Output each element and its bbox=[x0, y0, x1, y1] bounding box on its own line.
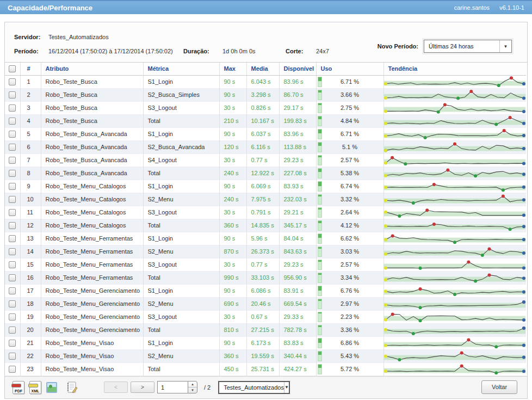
cell-disponivel: 424.27 s bbox=[279, 362, 316, 376]
cell-num: 8 bbox=[20, 167, 41, 180]
cell-uso: 6.71 % bbox=[316, 127, 383, 140]
usage-gauge bbox=[318, 312, 322, 322]
row-checkbox[interactable] bbox=[9, 261, 16, 268]
cell-atributo: Robo_Teste_Menu_Catalogos bbox=[41, 206, 143, 219]
spinner-down-icon[interactable]: ▼ bbox=[188, 387, 197, 393]
cell-num: 19 bbox=[20, 310, 41, 323]
export-xml-icon[interactable]: XML bbox=[29, 381, 41, 394]
usage-gauge bbox=[318, 247, 322, 257]
cell-max: 240 s bbox=[219, 167, 246, 180]
export-pdf-icon[interactable]: PDF bbox=[13, 381, 24, 394]
cell-metrica: S2_Menu bbox=[143, 297, 219, 310]
table-row: 18Robo_Teste_Menu_GerenciamentoS2_Menu69… bbox=[5, 297, 526, 310]
cell-checkbox bbox=[5, 232, 20, 245]
table-row: 10Robo_Teste_Menu_CatalogosS2_Menu240 s7… bbox=[5, 193, 526, 206]
row-checkbox[interactable] bbox=[9, 287, 16, 294]
cell-num: 10 bbox=[20, 193, 41, 206]
cell-tendencia bbox=[383, 219, 526, 232]
usage-percent: 2.64 % bbox=[341, 209, 359, 216]
cell-tendencia bbox=[383, 180, 526, 193]
row-checkbox[interactable] bbox=[9, 274, 16, 281]
cell-metrica: S3_Logout bbox=[143, 310, 219, 323]
cell-disponivel: 29.17 s bbox=[279, 101, 316, 114]
select-all-checkbox[interactable] bbox=[9, 65, 16, 72]
cell-media: 10.167 s bbox=[246, 114, 279, 127]
row-checkbox[interactable] bbox=[9, 209, 16, 216]
col-header-disponivel[interactable]: Disponível bbox=[279, 63, 316, 75]
cell-checkbox bbox=[5, 167, 20, 180]
cell-tendencia bbox=[383, 232, 526, 245]
cell-atributo: Robo_Teste_Menu_Catalogos bbox=[41, 180, 143, 193]
row-checkbox[interactable] bbox=[9, 366, 16, 373]
next-page-button[interactable]: > bbox=[131, 381, 154, 393]
row-checkbox[interactable] bbox=[9, 91, 16, 99]
usage-percent: 5.1 % bbox=[342, 144, 357, 150]
cell-atributo: Robo_Teste_Busca bbox=[41, 75, 143, 88]
chevron-down-icon[interactable]: ▼ bbox=[499, 40, 511, 52]
table-row: 17Robo_Teste_Menu_GerenciamentoS1_Login9… bbox=[5, 284, 526, 297]
cell-num: 11 bbox=[20, 206, 41, 219]
row-checkbox[interactable] bbox=[9, 222, 16, 229]
col-header-max[interactable]: Max bbox=[219, 63, 246, 75]
cell-max: 90 s bbox=[219, 336, 246, 349]
cell-disponivel: 83.96 s bbox=[279, 127, 316, 140]
cell-tendencia bbox=[383, 362, 526, 376]
usage-percent: 6.71 % bbox=[341, 131, 359, 137]
col-header-metrica[interactable]: Métrica bbox=[143, 63, 219, 75]
col-header-atributo[interactable]: Atributo bbox=[41, 63, 143, 75]
cell-atributo: Robo_Teste_Menu_Visao bbox=[41, 349, 143, 362]
row-checkbox[interactable] bbox=[9, 144, 16, 151]
row-checkbox[interactable] bbox=[9, 300, 16, 307]
col-header-media[interactable]: Media bbox=[246, 63, 279, 75]
app-version: v6.1.10-1 bbox=[499, 4, 524, 11]
trend-sparkline bbox=[384, 128, 525, 140]
novo-periodo-select[interactable]: Últimas 24 horas ▼ bbox=[424, 40, 512, 53]
row-checkbox[interactable] bbox=[9, 157, 16, 164]
cell-metrica: S2_Menu bbox=[143, 349, 219, 362]
col-header-num[interactable]: # bbox=[20, 63, 41, 75]
usage-percent: 6.71 % bbox=[341, 78, 359, 85]
page-number-input[interactable] bbox=[157, 381, 188, 393]
row-checkbox[interactable] bbox=[9, 183, 16, 190]
row-checkbox[interactable] bbox=[9, 353, 16, 360]
usage-gauge bbox=[318, 299, 322, 309]
cell-atributo: Robo_Teste_Menu_Catalogos bbox=[41, 193, 143, 206]
cell-metrica: S1_Login bbox=[143, 127, 219, 140]
usage-percent: 6.76 % bbox=[341, 287, 359, 294]
col-header-tendencia[interactable]: Tendência bbox=[383, 63, 526, 75]
row-checkbox[interactable] bbox=[9, 327, 16, 334]
usage-percent: 5.38 % bbox=[341, 170, 359, 176]
cell-checkbox bbox=[5, 88, 20, 101]
row-checkbox[interactable] bbox=[9, 235, 16, 242]
cell-checkbox bbox=[5, 140, 20, 153]
report-notes-icon[interactable] bbox=[66, 381, 78, 394]
cell-num: 3 bbox=[20, 101, 41, 114]
row-checkbox[interactable] bbox=[9, 104, 16, 112]
cell-disponivel: 232.03 s bbox=[279, 193, 316, 206]
row-checkbox[interactable] bbox=[9, 313, 16, 321]
chevron-down-icon[interactable]: ▼ bbox=[284, 382, 289, 393]
col-header-uso[interactable]: Uso bbox=[316, 63, 383, 75]
row-checkbox[interactable] bbox=[9, 118, 16, 125]
prev-page-button[interactable]: < bbox=[104, 381, 128, 393]
row-checkbox[interactable] bbox=[9, 170, 16, 177]
row-checkbox[interactable] bbox=[9, 78, 16, 85]
cell-atributo: Robo_Teste_Menu_Gerenciamento bbox=[41, 310, 143, 323]
row-checkbox[interactable] bbox=[9, 340, 16, 347]
usage-percent: 6.74 % bbox=[341, 183, 359, 189]
duracao-label: Duração: bbox=[183, 48, 217, 54]
row-checkbox[interactable] bbox=[9, 248, 16, 255]
table-row: 2Robo_Teste_BuscaS2_Busca_Simples90 s3.2… bbox=[5, 88, 526, 101]
row-checkbox[interactable] bbox=[9, 196, 16, 203]
cell-metrica: S1_Login bbox=[143, 180, 219, 193]
spinner-up-icon[interactable]: ▲ bbox=[188, 381, 197, 387]
cell-metrica: S2_Menu bbox=[143, 193, 219, 206]
back-button[interactable]: Voltar bbox=[481, 380, 517, 394]
table-row: 1Robo_Teste_BuscaS1_Login90 s6.043 s83.9… bbox=[5, 75, 526, 88]
trend-sparkline bbox=[384, 219, 525, 232]
server-select[interactable]: Testes_Automatizados ▼ bbox=[218, 381, 290, 394]
cell-num: 15 bbox=[20, 258, 41, 271]
export-image-icon[interactable] bbox=[46, 382, 57, 393]
row-checkbox[interactable] bbox=[9, 131, 16, 138]
cell-metrica: S3_Logout bbox=[143, 101, 219, 114]
